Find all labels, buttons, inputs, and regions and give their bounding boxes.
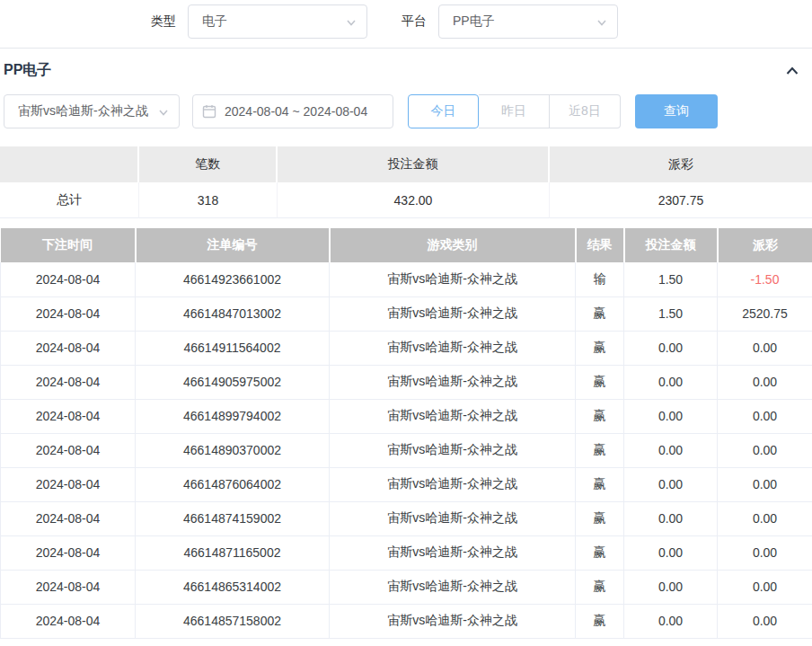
- top-filter-bar: 类型 电子 平台 PP电子: [0, 0, 812, 48]
- bet-amount-cell: 0.00: [624, 535, 718, 570]
- type-select[interactable]: 电子: [188, 4, 367, 39]
- result-cell: 输: [576, 262, 624, 296]
- payout-cell: 0.00: [718, 604, 812, 638]
- platform-select-value: PP电子: [453, 13, 495, 30]
- bet-id-cell: 46614899794002: [136, 399, 330, 433]
- bet-time-cell: 2024-08-04: [1, 296, 136, 331]
- type-label: 类型: [151, 13, 176, 30]
- section-header: PP电子: [0, 49, 812, 91]
- game-category-cell: 宙斯vs哈迪斯-众神之战: [330, 535, 576, 570]
- quick-range-last8days-button[interactable]: 近8日: [550, 94, 621, 128]
- bet-table: 下注时间 注单编号 游戏类别 结果 投注金额 派彩 2024-08-044661…: [0, 228, 812, 639]
- table-row: 2024-08-0446614865314002宙斯vs哈迪斯-众神之战赢0.0…: [1, 570, 812, 604]
- summary-header-row: 笔数 投注金额 派彩: [0, 146, 812, 182]
- header-game-category: 游戏类别: [330, 228, 576, 262]
- bet-amount-cell: 0.00: [624, 331, 718, 365]
- summary-total-row: 总计 318 432.00 2307.75: [0, 182, 812, 218]
- game-category-cell: 宙斯vs哈迪斯-众神之战: [330, 501, 576, 535]
- game-category-cell: 宙斯vs哈迪斯-众神之战: [330, 331, 576, 365]
- section-title: PP电子: [4, 61, 51, 80]
- game-select-value: 宙斯vs哈迪斯-众神之战: [18, 103, 148, 119]
- summary-table: 笔数 投注金额 派彩 总计 318 432.00 2307.75: [0, 146, 812, 218]
- table-row: 2024-08-0446614923661002宙斯vs哈迪斯-众神之战输1.5…: [1, 262, 812, 296]
- bet-amount-cell: 0.00: [624, 501, 718, 535]
- header-result: 结果: [576, 228, 624, 262]
- payout-cell: 0.00: [718, 535, 812, 570]
- summary-total-payout: 2307.75: [550, 182, 812, 218]
- header-bet-id: 注单编号: [136, 228, 330, 262]
- result-cell: 赢: [576, 433, 624, 467]
- bet-id-cell: 46614874159002: [136, 501, 330, 535]
- quick-range-yesterday-button[interactable]: 昨日: [479, 94, 550, 128]
- header-bet-amount: 投注金额: [624, 228, 718, 262]
- bet-time-cell: 2024-08-04: [1, 331, 136, 365]
- result-cell: 赢: [576, 296, 624, 331]
- payout-cell: 0.00: [718, 501, 812, 535]
- game-category-cell: 宙斯vs哈迪斯-众神之战: [330, 433, 576, 467]
- result-cell: 赢: [576, 399, 624, 433]
- bet-table-body: 2024-08-0446614923661002宙斯vs哈迪斯-众神之战输1.5…: [1, 262, 812, 638]
- table-row: 2024-08-0446614899794002宙斯vs哈迪斯-众神之战赢0.0…: [1, 399, 812, 433]
- bet-amount-cell: 0.00: [624, 365, 718, 399]
- bet-table-header-row: 下注时间 注单编号 游戏类别 结果 投注金额 派彩: [1, 228, 812, 262]
- payout-cell: 0.00: [718, 399, 812, 433]
- game-category-cell: 宙斯vs哈迪斯-众神之战: [330, 604, 576, 638]
- bet-amount-cell: 1.50: [624, 262, 718, 296]
- bet-time-cell: 2024-08-04: [1, 467, 136, 501]
- filter-row: 宙斯vs哈迪斯-众神之战 2024-08-04 ~ 2024-08-04 今日 …: [0, 91, 812, 146]
- bet-amount-cell: 0.00: [624, 399, 718, 433]
- game-category-cell: 宙斯vs哈迪斯-众神之战: [330, 365, 576, 399]
- result-cell: 赢: [576, 501, 624, 535]
- bet-id-cell: 46614865314002: [136, 570, 330, 604]
- summary-header-empty: [0, 146, 139, 182]
- bet-id-cell: 46614923661002: [136, 262, 330, 296]
- calendar-icon: [202, 104, 216, 119]
- quick-range-group: 今日 昨日 近8日: [408, 94, 621, 128]
- game-category-cell: 宙斯vs哈迪斯-众神之战: [330, 570, 576, 604]
- table-row: 2024-08-0446614905975002宙斯vs哈迪斯-众神之战赢0.0…: [1, 365, 812, 399]
- game-category-cell: 宙斯vs哈迪斯-众神之战: [330, 262, 576, 296]
- game-category-cell: 宙斯vs哈迪斯-众神之战: [330, 399, 576, 433]
- bet-amount-cell: 1.50: [624, 296, 718, 331]
- bet-time-cell: 2024-08-04: [1, 262, 136, 296]
- summary-total-count: 318: [139, 182, 278, 218]
- bet-time-cell: 2024-08-04: [1, 535, 136, 570]
- header-bet-time: 下注时间: [1, 228, 136, 262]
- summary-total-label: 总计: [0, 182, 139, 218]
- summary-total-bet-amount: 432.00: [278, 182, 550, 218]
- date-range-input[interactable]: 2024-08-04 ~ 2024-08-04: [192, 94, 393, 128]
- payout-cell: -1.50: [718, 262, 812, 296]
- bet-time-cell: 2024-08-04: [1, 399, 136, 433]
- payout-cell: 2520.75: [718, 296, 812, 331]
- date-range-value: 2024-08-04 ~ 2024-08-04: [225, 104, 367, 119]
- table-row: 2024-08-0446614847013002宙斯vs哈迪斯-众神之战赢1.5…: [1, 296, 812, 331]
- bet-id-cell: 46614890370002: [136, 433, 330, 467]
- chevron-down-icon: [345, 16, 357, 29]
- table-row: 2024-08-0446614857158002宙斯vs哈迪斯-众神之战赢0.0…: [1, 604, 812, 638]
- result-cell: 赢: [576, 604, 624, 638]
- search-button[interactable]: 查询: [635, 94, 718, 128]
- table-row: 2024-08-0446614874159002宙斯vs哈迪斯-众神之战赢0.0…: [1, 501, 812, 535]
- game-category-cell: 宙斯vs哈迪斯-众神之战: [330, 296, 576, 331]
- bet-id-cell: 46614857158002: [136, 604, 330, 638]
- game-select[interactable]: 宙斯vs哈迪斯-众神之战: [4, 94, 180, 128]
- bet-amount-cell: 0.00: [624, 467, 718, 501]
- summary-header-payout: 派彩: [550, 146, 812, 182]
- result-cell: 赢: [576, 570, 624, 604]
- type-select-value: 电子: [202, 13, 227, 30]
- result-cell: 赢: [576, 535, 624, 570]
- bet-time-cell: 2024-08-04: [1, 433, 136, 467]
- result-cell: 赢: [576, 365, 624, 399]
- table-row: 2024-08-0446614876064002宙斯vs哈迪斯-众神之战赢0.0…: [1, 467, 812, 501]
- collapse-chevron-up-icon[interactable]: [785, 65, 799, 77]
- quick-range-today-button[interactable]: 今日: [408, 94, 479, 128]
- header-payout: 派彩: [718, 228, 812, 262]
- bet-id-cell: 46614847013002: [136, 296, 330, 331]
- table-row: 2024-08-0446614911564002宙斯vs哈迪斯-众神之战赢0.0…: [1, 331, 812, 365]
- payout-cell: 0.00: [718, 570, 812, 604]
- bet-id-cell: 46614876064002: [136, 467, 330, 501]
- platform-select[interactable]: PP电子: [438, 4, 618, 39]
- payout-cell: 0.00: [718, 467, 812, 501]
- bet-id-cell: 46614905975002: [136, 365, 330, 399]
- game-category-cell: 宙斯vs哈迪斯-众神之战: [330, 467, 576, 501]
